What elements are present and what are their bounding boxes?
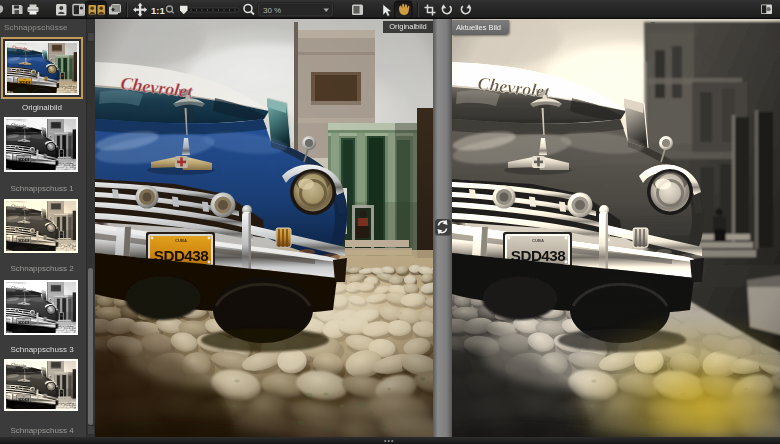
svg-text:1:1: 1:1 — [151, 5, 165, 16]
svg-text:30 %: 30 % — [263, 6, 281, 15]
